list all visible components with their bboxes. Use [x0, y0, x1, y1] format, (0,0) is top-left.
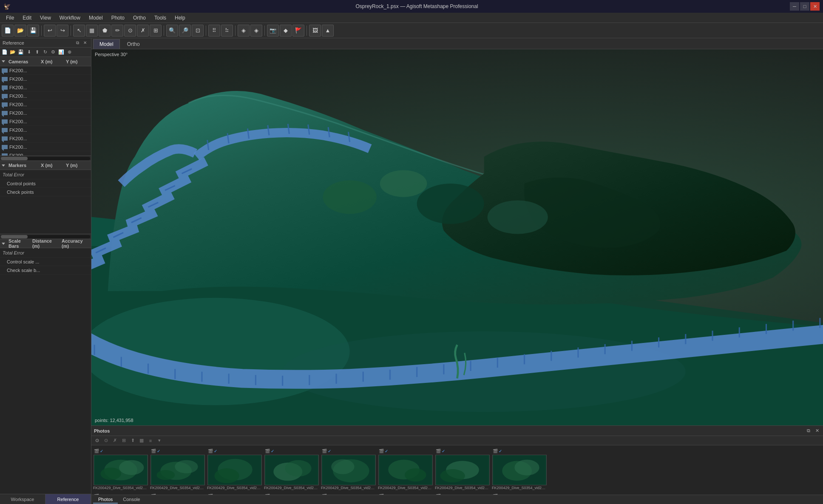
undo-button[interactable]: ↩ — [44, 25, 56, 37]
photo-item-0846[interactable]: 🎬 ✓ FK200429_Dive_S0354_vid2_0846 — [207, 447, 262, 490]
panel-close-icon[interactable]: ✕ — [82, 40, 88, 46]
cameras-label[interactable]: Cameras — [9, 59, 28, 64]
photo-item-0851[interactable]: 🎬 ✓ FK200429_Dive_S0354_vid2_0851 — [492, 447, 547, 490]
photo-item-0849[interactable]: 🎬 ✓ FK200429_Dive_S0354_vid2_0849 — [378, 447, 433, 490]
camera-row[interactable]: FK200... — [0, 151, 91, 156]
ref-open-btn[interactable]: 📂 — [9, 48, 17, 56]
ref-estimate-btn[interactable]: ⊕ — [65, 48, 73, 56]
scrollbar-track — [1, 157, 90, 160]
mesh-button[interactable]: ▲ — [322, 25, 334, 37]
redo-button[interactable]: ↪ — [57, 25, 68, 37]
menu-edit[interactable]: Edit — [18, 14, 36, 22]
save-button[interactable]: 💾 — [27, 25, 39, 37]
ref-export-btn[interactable]: ⬆ — [33, 48, 41, 56]
photo-label-0848: FK200429_Dive_S0354_vid2_0848 — [321, 485, 376, 490]
camera-button[interactable]: 📷 — [267, 25, 279, 37]
photo-item-0845[interactable]: 🎬 ✓ FK200429_Dive_S0354_vid2_0845 — [150, 447, 205, 490]
maximize-button[interactable]: □ — [800, 2, 809, 11]
zoom-in-button[interactable]: 🔍 — [166, 25, 178, 37]
svg-point-74 — [175, 460, 198, 473]
reference-tab[interactable]: Reference — [45, 494, 91, 504]
transform-button[interactable]: ◈ — [238, 25, 250, 37]
menu-help[interactable]: Help — [170, 14, 190, 22]
control-points-item[interactable]: Control points — [0, 179, 91, 188]
camera-name-5: FK200... — [9, 110, 27, 116]
shape-button[interactable]: ⬟ — [99, 25, 111, 37]
zoom-out-button[interactable]: 🔎 — [179, 25, 191, 37]
camera-row[interactable]: FK200... — [0, 92, 91, 100]
ref-convert-btn[interactable]: ↻ — [41, 48, 49, 56]
photos-more-btn[interactable]: ▾ — [156, 437, 163, 445]
camera-row[interactable]: FK200... — [0, 100, 91, 109]
photos-close-button[interactable]: ✕ — [814, 428, 820, 434]
marker-button[interactable]: ◆ — [280, 25, 292, 37]
camera-row[interactable]: FK200... — [0, 83, 91, 92]
photos-bottom-tab[interactable]: Photos — [93, 496, 118, 504]
console-bottom-tab[interactable]: Console — [118, 496, 145, 504]
camera-row[interactable]: FK200... — [0, 66, 91, 75]
photos-prev-btn[interactable]: ⊙ — [93, 437, 101, 445]
menu-view[interactable]: View — [36, 14, 55, 22]
workspace-tab[interactable]: Workspace — [0, 494, 45, 504]
minimize-button[interactable]: ─ — [790, 2, 799, 11]
close-button[interactable]: ✕ — [810, 2, 820, 11]
menu-tools[interactable]: Tools — [150, 14, 170, 22]
menu-workflow[interactable]: Workflow — [55, 14, 85, 22]
ref-settings-btn[interactable]: ⚙ — [49, 48, 57, 56]
photos-next-btn[interactable]: ⊙ — [102, 437, 110, 445]
markers-label[interactable]: Markers — [9, 163, 26, 168]
menu-file[interactable]: File — [2, 14, 18, 22]
dots-button[interactable]: ⠷ — [221, 25, 233, 37]
camera-row[interactable]: FK200... — [0, 134, 91, 143]
ref-import-btn[interactable]: ⬇ — [25, 48, 33, 56]
markers-scrollbar[interactable] — [0, 234, 91, 239]
camera-row[interactable]: FK200... — [0, 75, 91, 83]
ref-save-btn[interactable]: 💾 — [17, 48, 25, 56]
photos-scroll-area[interactable]: 🎬 ✓ FK200429_Dive_S0354_vid2_0844 — [91, 445, 823, 495]
select-button[interactable]: ↖ — [73, 25, 85, 37]
ref-new-btn[interactable]: 📄 — [1, 48, 9, 56]
new-file-button[interactable]: 📄 — [2, 25, 14, 37]
camera-row[interactable]: FK200... — [0, 109, 91, 117]
control-scale-item[interactable]: Control scale ... — [0, 258, 91, 266]
photo-item-0848[interactable]: 🎬 ✓ FK200429_Dive_S0354_vid2_0848 — [321, 447, 376, 490]
photos-load-btn[interactable]: ⊞ — [120, 437, 128, 445]
photo-item-0844[interactable]: 🎬 ✓ FK200429_Dive_S0354_vid2_0844 — [93, 447, 148, 490]
photos-settings-btn[interactable]: ≡ — [147, 437, 154, 445]
add-button[interactable]: ⊞ — [150, 25, 162, 37]
photos-delete-btn[interactable]: ✗ — [111, 437, 119, 445]
panel-expand-icon[interactable]: ⧉ — [74, 40, 81, 46]
photos-expand-button[interactable]: ⧉ — [805, 428, 812, 434]
fit-button[interactable]: ⊡ — [192, 25, 204, 37]
photos-grid-btn[interactable]: ▦ — [138, 437, 145, 445]
model-tab[interactable]: Model — [93, 39, 120, 49]
menu-photo[interactable]: Photo — [107, 14, 129, 22]
photo-label-0844: FK200429_Dive_S0354_vid2_0844 — [93, 485, 148, 490]
draw-button[interactable]: ✏ — [111, 25, 123, 37]
scale-bars-label[interactable]: Scale Bars — [9, 238, 31, 249]
camera-row[interactable]: FK200... — [0, 117, 91, 126]
menu-model[interactable]: Model — [85, 14, 107, 22]
photo-label-0846: FK200429_Dive_S0354_vid2_0846 — [207, 485, 262, 490]
marquee-button[interactable]: ▦ — [86, 25, 98, 37]
window-controls: ─ □ ✕ — [790, 2, 820, 11]
check-scale-item[interactable]: Check scale b... — [0, 266, 91, 275]
menu-ortho[interactable]: Ortho — [129, 14, 150, 22]
render-button[interactable]: 🖼 — [309, 25, 321, 37]
3d-viewport[interactable]: Perspective 30° — [91, 49, 823, 425]
delete-button[interactable]: ✗ — [137, 25, 149, 37]
photo-item-0850[interactable]: 🎬 ✓ FK200429_Dive_S0354_vid2_0850 — [435, 447, 490, 490]
camera-list-scrollbar[interactable] — [0, 156, 91, 161]
camera-row[interactable]: FK200... — [0, 143, 91, 151]
flag-button[interactable]: 🚩 — [292, 25, 304, 37]
check-points-item[interactable]: Check points — [0, 188, 91, 196]
grid-button[interactable]: ⠿ — [208, 25, 220, 37]
ref-chart-btn[interactable]: 📊 — [57, 48, 65, 56]
camera-row[interactable]: FK200... — [0, 126, 91, 134]
photo-item-0847[interactable]: 🎬 ✓ FK200429_Dive_S0354_vid2_0847 — [264, 447, 319, 490]
ortho-tab[interactable]: Ortho — [121, 39, 146, 49]
open-file-button[interactable]: 📂 — [14, 25, 26, 37]
circle-button[interactable]: ⊙ — [124, 25, 136, 37]
align-button[interactable]: ◈ — [250, 25, 262, 37]
photos-export-btn[interactable]: ⬆ — [129, 437, 136, 445]
